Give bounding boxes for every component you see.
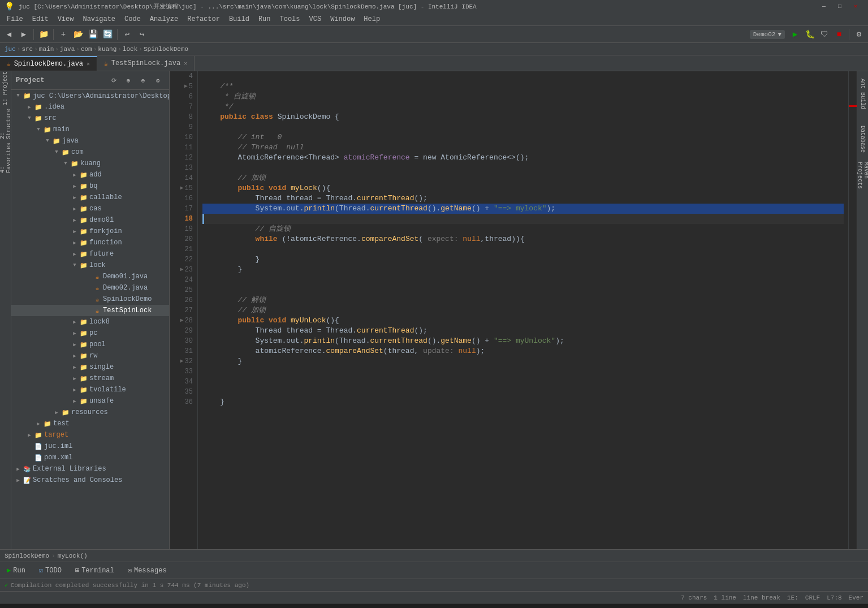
tree-item-demo01[interactable]: ▶ 📁 demo01	[11, 214, 169, 226]
tree-item-test[interactable]: ▶ 📁 test	[11, 418, 169, 429]
menu-edit[interactable]: Edit	[28, 12, 53, 26]
right-tab-database[interactable]: Database	[857, 117, 869, 162]
tree-item-future[interactable]: ▶ 📁 future	[11, 248, 169, 260]
maximize-button[interactable]: □	[832, 0, 848, 12]
menu-tools[interactable]: Tools	[275, 12, 305, 26]
tree-item-juciml[interactable]: ▶ 📄 juc.iml	[11, 441, 169, 452]
menu-analyze[interactable]: Analyze	[145, 12, 183, 26]
breadcrumb-item-lock[interactable]: lock	[123, 46, 137, 53]
close-button[interactable]: ✕	[848, 0, 863, 12]
right-tab-maven[interactable]: Maven Projects	[857, 162, 869, 207]
run-config-selector[interactable]: Demo02 ▼	[750, 30, 785, 39]
tab-spinlock[interactable]: ☕ SpinlockDemo.java ✕	[0, 56, 97, 71]
menu-vcs[interactable]: VCS	[305, 12, 326, 26]
tree-item-com[interactable]: ▼ 📁 com	[11, 146, 169, 158]
tree-item-cas[interactable]: ▶ 📁 cas	[11, 203, 169, 214]
tree-item-juc[interactable]: ▼ 📁 juc C:\Users\Administrator\Desktop\开…	[11, 90, 169, 101]
toolbar-forward-btn[interactable]: ▶	[17, 28, 31, 41]
tree-item-resources[interactable]: ▶ 📁 resources	[11, 407, 169, 418]
code-content[interactable]: /** * 自旋锁 */ public class SpinlockDemo {	[198, 71, 848, 549]
bottom-bc-mylock[interactable]: myLock()	[58, 553, 88, 559]
toolbar-save-btn[interactable]: 💾	[86, 28, 100, 41]
menu-refactor[interactable]: Refactor	[183, 12, 224, 26]
bottom-tab-messages[interactable]: ✉ Messages	[121, 562, 174, 579]
breadcrumb-item-juc[interactable]: juc	[5, 46, 16, 53]
menu-window[interactable]: Window	[326, 12, 359, 26]
sidebar-collapse-btn[interactable]: ⊖	[136, 74, 150, 87]
tree-item-src[interactable]: ▼ 📁 src	[11, 113, 169, 124]
tree-item-bq[interactable]: ▶ 📁 bq	[11, 180, 169, 192]
tree-item-forkjoin[interactable]: ▶ 📁 forkjoin	[11, 226, 169, 237]
tree-item-stream[interactable]: ▶ 📁 stream	[11, 373, 169, 384]
toolbar-back-btn[interactable]: ◀	[2, 28, 16, 41]
sidebar-expand-btn[interactable]: ⊕	[122, 74, 135, 87]
fold-32[interactable]: ▶	[180, 356, 184, 366]
toolbar-open-btn[interactable]: 📂	[71, 28, 85, 41]
tree-item-idea[interactable]: ▶ 📁 .idea	[11, 101, 169, 113]
tree-item-spinlockdemo[interactable]: ▶ ☕ SpinlockDemo	[11, 294, 169, 305]
tree-item-target[interactable]: ▶ 📁 target	[11, 429, 169, 441]
tree-item-lock8[interactable]: ▶ 📁 lock8	[11, 316, 169, 327]
menu-build[interactable]: Build	[224, 12, 254, 26]
tree-item-pool[interactable]: ▶ 📁 pool	[11, 339, 169, 350]
toolbar-new-btn[interactable]: +	[57, 28, 70, 41]
tree-item-pc[interactable]: ▶ 📁 pc	[11, 327, 169, 339]
breadcrumb-item-main[interactable]: main	[39, 46, 54, 53]
tree-item-callable[interactable]: ▶ 📁 callable	[11, 192, 169, 203]
status-crlf[interactable]: CRLF	[805, 594, 820, 601]
stop-button[interactable]: ■	[832, 28, 846, 41]
sidebar-settings-btn[interactable]: ⚙	[151, 74, 165, 87]
bottom-tab-todo[interactable]: ☑ TODO	[32, 562, 68, 579]
debug-button[interactable]: 🐛	[803, 28, 817, 41]
tree-item-main[interactable]: ▼ 📁 main	[11, 124, 169, 135]
left-tab-structure[interactable]: 2: Structure	[0, 105, 11, 139]
tree-item-testspinlock[interactable]: ▶ ☕ TestSpinLock	[11, 305, 169, 316]
tree-item-single[interactable]: ▶ 📁 single	[11, 361, 169, 373]
fold-15[interactable]: ▶	[180, 183, 184, 193]
menu-run[interactable]: Run	[254, 12, 275, 26]
tree-item-rw[interactable]: ▶ 📁 rw	[11, 350, 169, 361]
breadcrumb-item-com[interactable]: com	[81, 46, 92, 53]
left-tab-favorites[interactable]: 4: Favorites	[0, 139, 11, 173]
tree-item-ext-libs[interactable]: ▶ 📚 External Libraries	[11, 463, 169, 475]
bottom-tab-terminal[interactable]: ⊞ Terminal	[68, 562, 121, 579]
menu-view[interactable]: View	[53, 12, 79, 26]
menu-help[interactable]: Help	[359, 12, 385, 26]
right-tab-antbuild[interactable]: Ant Build	[857, 71, 869, 117]
fold-5[interactable]: ▶	[184, 81, 188, 92]
breadcrumb-item-kuang[interactable]: kuang	[98, 46, 116, 53]
toolbar-sync-btn[interactable]: 🔄	[101, 28, 114, 41]
run-with-coverage-btn[interactable]: 🛡	[818, 28, 831, 41]
settings-btn[interactable]: ⚙	[852, 28, 866, 41]
bottom-tab-run[interactable]: ▶ Run	[0, 562, 32, 579]
tree-item-unsafe[interactable]: ▶ 📁 unsafe	[11, 395, 169, 407]
breadcrumb-item-spinlock[interactable]: SpinlockDemo	[144, 46, 188, 53]
fold-28[interactable]: ▶	[180, 316, 184, 326]
tab-testspinlock[interactable]: ☕ TestSpinLock.java ✕	[97, 56, 195, 71]
tree-item-function[interactable]: ▶ 📁 function	[11, 237, 169, 248]
menu-file[interactable]: File	[2, 12, 28, 26]
tree-item-pomxml[interactable]: ▶ 📄 pom.xml	[11, 452, 169, 463]
tree-item-demo02java[interactable]: ▶ ☕ Demo02.java	[11, 282, 169, 294]
tab-close-spinlock[interactable]: ✕	[87, 61, 90, 67]
tree-item-tvolatile[interactable]: ▶ 📁 tvolatile	[11, 384, 169, 395]
run-button[interactable]: ▶	[788, 28, 802, 41]
left-tab-project[interactable]: 1: Project	[0, 71, 11, 105]
tree-item-add[interactable]: ▶ 📁 add	[11, 169, 169, 180]
toolbar-project-btn[interactable]: 📁	[37, 28, 50, 41]
minimize-button[interactable]: —	[816, 0, 832, 12]
menu-navigate[interactable]: Navigate	[78, 12, 120, 26]
tree-item-java[interactable]: ▼ 📁 java	[11, 135, 169, 146]
toolbar-redo-btn[interactable]: ↪	[135, 28, 149, 41]
tab-close-testspinlock[interactable]: ✕	[184, 60, 187, 67]
menu-code[interactable]: Code	[120, 12, 145, 26]
tree-item-kuang[interactable]: ▼ 📁 kuang	[11, 158, 169, 169]
toolbar-undo-btn[interactable]: ↩	[120, 28, 134, 41]
breadcrumb-item-java[interactable]: java	[60, 46, 75, 53]
title-bar-controls[interactable]: — □ ✕	[816, 0, 863, 12]
tree-item-lock[interactable]: ▼ 📁 lock	[11, 260, 169, 271]
breadcrumb-item-src[interactable]: src	[21, 46, 33, 53]
fold-23[interactable]: ▶	[180, 265, 184, 275]
tree-item-demo01java[interactable]: ▶ ☕ Demo01.java	[11, 271, 169, 282]
bottom-bc-spinlock[interactable]: SpinlockDemo	[5, 553, 49, 559]
